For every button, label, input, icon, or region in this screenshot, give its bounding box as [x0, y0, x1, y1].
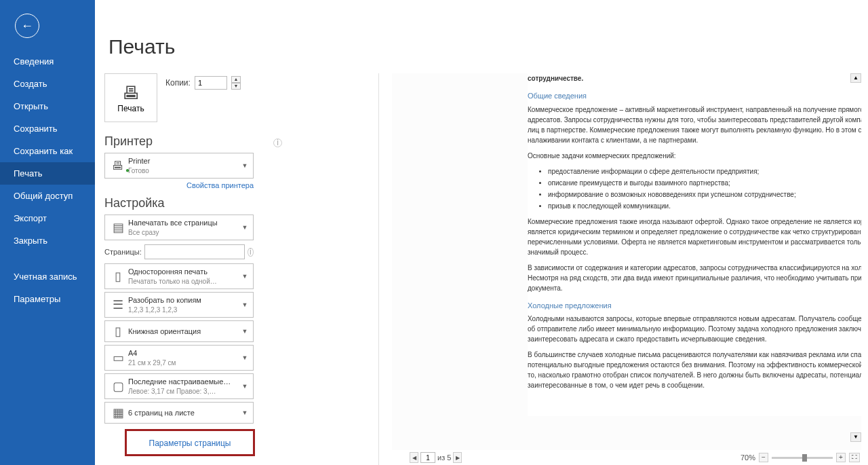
- document-preview: сотрудничестве. Общие сведения Коммерчес…: [528, 73, 861, 416]
- sidebar-item-options[interactable]: Параметры: [0, 288, 95, 310]
- sides-title: Односторонняя печать: [128, 267, 239, 276]
- copies-label: Копии:: [165, 78, 191, 88]
- vertical-divider: [378, 73, 379, 465]
- backstage-sidebar: ← Сведения Создать Открыть Сохранить Сох…: [0, 0, 95, 465]
- print-preview: сотрудничестве. Общие сведения Коммерчес…: [392, 73, 861, 451]
- next-page-button[interactable]: ▶: [453, 452, 462, 463]
- page-setup-link[interactable]: Параметры страницы: [149, 439, 231, 448]
- main-area: Печать 🖶 Печать Копии: ▲ ▼ Принтер i 🖶●: [95, 0, 868, 465]
- paper-icon: ▭: [108, 350, 128, 365]
- chevron-down-icon: ▼: [239, 224, 250, 231]
- sidebar-item-open[interactable]: Открыть: [0, 95, 95, 117]
- one-side-icon: ▯: [108, 269, 128, 284]
- sidebar-item-export[interactable]: Экспорт: [0, 207, 95, 229]
- grid-icon: ▦: [108, 405, 128, 420]
- paper-sub: 21 см x 29,7 см: [128, 358, 239, 367]
- info-icon[interactable]: i: [273, 138, 282, 147]
- preview-scrollbar[interactable]: ▲ ▼: [850, 73, 861, 451]
- doc-bullet: описание преимуществ и выгоды взаимного …: [548, 178, 861, 188]
- scroll-up-icon[interactable]: ▲: [850, 73, 861, 83]
- orientation-dropdown[interactable]: ▯ Книжная ориентация ▼: [104, 320, 254, 342]
- pages-label: Страницы:: [104, 248, 142, 256]
- sidebar-item-print[interactable]: Печать: [0, 162, 95, 185]
- collate-title: Разобрать по копиям: [128, 295, 239, 305]
- settings-section-title: Настройка: [104, 196, 165, 210]
- page-setup-highlight: Параметры страницы: [125, 429, 255, 456]
- chevron-down-icon: ▼: [239, 301, 250, 308]
- back-button[interactable]: ←: [15, 14, 39, 38]
- paper-title: A4: [128, 348, 239, 358]
- doc-p1: Коммерческое предложение – активный марк…: [528, 105, 861, 145]
- sides-dropdown[interactable]: ▯ Односторонняя печать Печатать только н…: [104, 263, 254, 289]
- doc-heading-2: Холодные предложения: [528, 300, 861, 312]
- print-settings-panel: 🖶 Печать Копии: ▲ ▼ Принтер i 🖶● Printer…: [104, 73, 282, 456]
- prev-page-button[interactable]: ◀: [410, 452, 418, 463]
- sidebar-item-account[interactable]: Учетная запись: [0, 265, 95, 288]
- info-icon[interactable]: i: [248, 248, 254, 257]
- spin-down-icon[interactable]: ▼: [231, 83, 241, 90]
- scroll-down-icon[interactable]: ▼: [850, 432, 861, 442]
- doc-bullet: предоставление информации о сфере деятел…: [548, 166, 861, 176]
- print-button-label: Печать: [117, 104, 144, 113]
- chevron-down-icon: ▼: [239, 354, 250, 361]
- margins-sub: Левое: 3,17 см Правое: 3,…: [128, 387, 239, 396]
- pages-scope-title: Напечатать все страницы: [128, 218, 239, 227]
- sides-sub: Печатать только на одной…: [128, 277, 239, 286]
- doc-top-line: сотрудничестве.: [528, 73, 861, 83]
- preview-footer: ◀ из 5 ▶ 70% − + ⛶: [392, 450, 864, 465]
- pages-icon: ▤: [108, 220, 128, 235]
- collate-dropdown[interactable]: ☰ Разобрать по копиям 1,2,3 1,2,3 1,2,3 …: [104, 292, 254, 318]
- margins-title: Последние настраиваемые…: [128, 377, 239, 386]
- chevron-down-icon: ▼: [239, 409, 250, 416]
- per-sheet-dropdown[interactable]: ▦ 6 страниц на листе ▼: [104, 402, 254, 424]
- chevron-down-icon: ▼: [239, 328, 250, 335]
- sidebar-item-share[interactable]: Общий доступ: [0, 185, 95, 207]
- zoom-in-button[interactable]: +: [836, 453, 846, 462]
- spin-up-icon[interactable]: ▲: [231, 76, 241, 83]
- chevron-down-icon: ▼: [239, 383, 250, 390]
- margins-dropdown[interactable]: ▢ Последние настраиваемые… Левое: 3,17 с…: [104, 373, 254, 399]
- pages-scope-sub: Все сразу: [128, 228, 239, 237]
- printer-name: Printer: [128, 156, 239, 166]
- fit-to-window-button[interactable]: ⛶: [849, 453, 860, 462]
- per-sheet-title: 6 страниц на листе: [128, 408, 239, 417]
- chevron-down-icon: ▼: [239, 273, 250, 280]
- zoom-percent: 70%: [741, 453, 755, 462]
- doc-p5: Холодными называются запросы, которые вп…: [528, 314, 861, 344]
- paper-dropdown[interactable]: ▭ A4 21 см x 29,7 см ▼: [104, 345, 254, 371]
- chevron-down-icon: ▼: [239, 162, 250, 169]
- page-nav: ◀ из 5 ▶: [410, 452, 462, 463]
- printer-icon: 🖶: [122, 83, 140, 104]
- printer-status: Готово: [128, 166, 239, 175]
- margins-icon: ▢: [108, 379, 128, 394]
- zoom-slider[interactable]: [772, 457, 833, 459]
- zoom-out-button[interactable]: −: [759, 453, 768, 462]
- sidebar-item-saveas[interactable]: Сохранить как: [0, 140, 95, 162]
- copies-spinner[interactable]: ▲ ▼: [231, 76, 241, 90]
- sidebar-item-save[interactable]: Сохранить: [0, 117, 95, 140]
- doc-p3: Коммерческие предложения также иногда на…: [528, 217, 861, 257]
- copies-input[interactable]: [195, 76, 227, 90]
- doc-bullets: предоставление информации о сфере деятел…: [548, 166, 861, 211]
- pages-input[interactable]: [144, 244, 245, 259]
- pages-scope-dropdown[interactable]: ▤ Напечатать все страницы Все сразу ▼: [104, 215, 254, 240]
- doc-heading-1: Общие сведения: [528, 90, 861, 102]
- doc-bullet: призыв к последующей коммуникации.: [548, 201, 861, 211]
- zoom-controls: 70% − + ⛶: [741, 453, 860, 462]
- print-button[interactable]: 🖶 Печать: [104, 73, 157, 122]
- collate-sub: 1,2,3 1,2,3 1,2,3: [128, 305, 239, 314]
- sidebar-item-close[interactable]: Закрыть: [0, 229, 95, 252]
- sidebar-item-new[interactable]: Создать: [0, 73, 95, 95]
- sidebar-item-info[interactable]: Сведения: [0, 50, 95, 73]
- doc-p4: В зависимости от содержания и категории …: [528, 263, 861, 293]
- portrait-icon: ▯: [108, 324, 128, 339]
- orientation-title: Книжная ориентация: [128, 327, 239, 336]
- printer-dropdown[interactable]: 🖶● Printer Готово ▼: [104, 153, 254, 179]
- doc-bullet: информирование о возможных нововведениях…: [548, 189, 861, 200]
- printer-ready-icon: 🖶●: [108, 159, 128, 172]
- current-page-input[interactable]: [420, 452, 435, 463]
- page-of-label: из 5: [437, 453, 451, 462]
- collate-icon: ☰: [108, 297, 128, 312]
- printer-properties-link[interactable]: Свойства принтера: [186, 181, 254, 189]
- printer-section-title: Принтер: [104, 134, 153, 149]
